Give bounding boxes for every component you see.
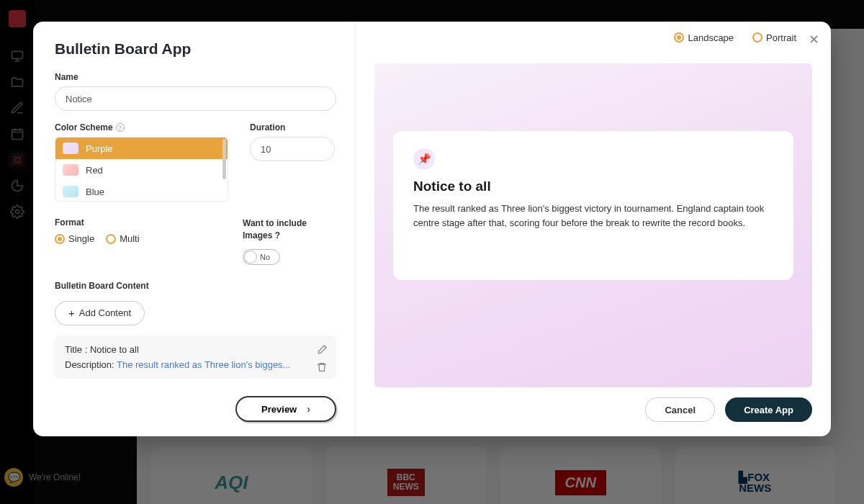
orientation-landscape[interactable]: Landscape: [674, 32, 734, 43]
content-label: Bulletin Board Content: [55, 281, 336, 291]
color-option-purple[interactable]: Purple: [55, 138, 228, 159]
preview-title: Notice to all: [413, 179, 773, 194]
modal-footer: Cancel Create App: [374, 397, 812, 422]
orientation-portrait[interactable]: Portrait: [752, 32, 796, 43]
close-icon[interactable]: ✕: [809, 32, 819, 48]
orientation-selector: Landscape Portrait: [674, 20, 796, 55]
content-item-card: Title : Notice to all Description: The r…: [55, 336, 336, 379]
toggle-knob: [244, 251, 257, 264]
radio-icon: [106, 234, 116, 244]
content-item-description: Description: The result ranked as Three …: [65, 359, 326, 370]
images-toggle[interactable]: No: [243, 249, 280, 265]
delete-content-icon[interactable]: [316, 361, 328, 373]
radio-icon: [55, 234, 65, 244]
swatch-icon: [63, 186, 78, 197]
edit-content-icon[interactable]: [316, 344, 328, 356]
format-label: Format: [55, 217, 221, 228]
preview-body: The result ranked as Three lion's bigges…: [413, 202, 773, 230]
radio-icon: [752, 32, 762, 42]
preview-pane: 📌 Notice to all The result ranked as Thr…: [374, 63, 812, 387]
swatch-icon: [63, 164, 78, 176]
preview-button[interactable]: Preview›: [235, 396, 336, 422]
modal-preview-panel: Landscape Portrait ✕ 📌 Notice to all The…: [356, 22, 831, 436]
images-question-label: Want to include Images ?: [243, 217, 336, 242]
help-icon[interactable]: ?: [116, 123, 125, 132]
color-option-blue[interactable]: Blue: [55, 181, 228, 202]
chevron-right-icon: ›: [307, 403, 310, 415]
color-scheme-list[interactable]: Purple Red Blue: [55, 137, 228, 202]
content-item-title: Title : Notice to all: [65, 344, 326, 355]
format-option-multi[interactable]: Multi: [106, 233, 139, 244]
name-input[interactable]: [55, 86, 336, 111]
format-option-single[interactable]: Single: [55, 233, 94, 244]
create-app-button[interactable]: Create App: [725, 397, 812, 422]
color-scheme-label: Color Scheme ?: [55, 122, 228, 132]
plus-icon: +: [68, 307, 75, 318]
name-label: Name: [55, 72, 336, 82]
color-option-red[interactable]: Red: [55, 159, 228, 181]
bulletin-modal: Bulletin Board App Name Color Scheme ? P…: [33, 22, 831, 436]
swatch-icon: [63, 143, 78, 154]
duration-label: Duration: [250, 122, 336, 132]
modal-title: Bulletin Board App: [55, 40, 336, 58]
add-content-button[interactable]: +Add Content: [55, 301, 145, 325]
preview-card: 📌 Notice to all The result ranked as Thr…: [393, 131, 793, 280]
modal-form: Bulletin Board App Name Color Scheme ? P…: [33, 22, 356, 436]
pin-icon: 📌: [413, 148, 435, 170]
radio-icon: [674, 32, 684, 42]
duration-input[interactable]: [250, 137, 335, 161]
cancel-button[interactable]: Cancel: [645, 397, 715, 422]
